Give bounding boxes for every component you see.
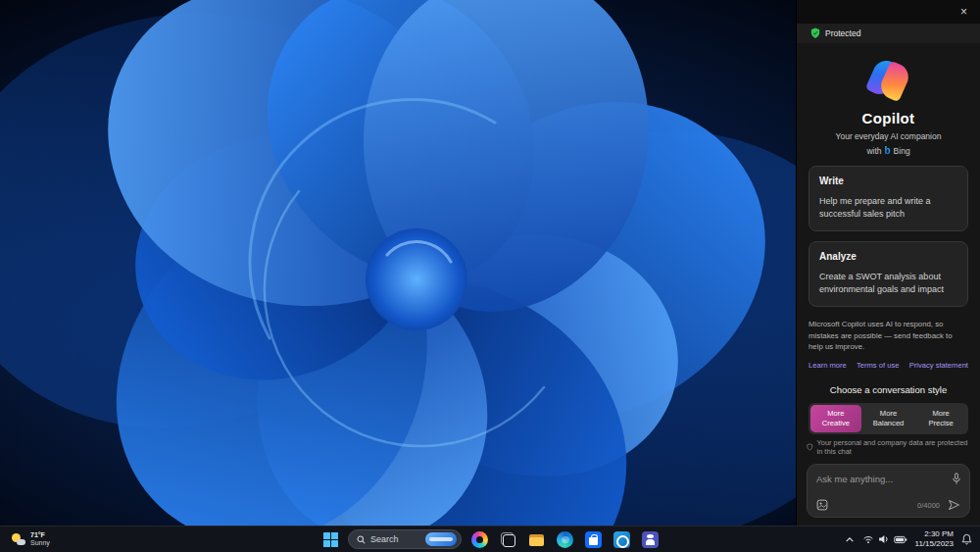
system-tray: 2:30 PM 11/15/2023 — [845, 529, 972, 548]
panel-footer: Your personal and company data are prote… — [797, 438, 980, 526]
char-counter: 0/4000 — [917, 501, 940, 510]
terms-of-use-link[interactable]: Terms of use — [857, 361, 899, 370]
notification-bell-icon[interactable] — [961, 533, 972, 545]
outlook-icon — [613, 531, 630, 548]
shield-outline-icon — [807, 442, 813, 452]
bing-label: Bing — [894, 146, 910, 156]
bing-attribution: with b Bing — [797, 145, 980, 156]
taskbar-app-store[interactable] — [582, 528, 604, 550]
taskbar: 71°F Sunny Search — [0, 526, 980, 552]
file-explorer-icon — [528, 531, 545, 548]
search-highlight-badge — [425, 532, 457, 546]
weather-temp: 71°F — [30, 531, 50, 539]
task-view-icon — [500, 531, 516, 548]
card-body: Help me prepare and write a successful s… — [819, 195, 957, 220]
windows-logo-icon — [323, 532, 338, 547]
teams-icon — [642, 531, 659, 548]
copilot-sidebar: × Protected Copilot Your everyday AI com… — [796, 0, 980, 526]
tray-date: 11/15/2023 — [915, 539, 954, 549]
chat-input[interactable] — [816, 474, 946, 484]
tray-overflow-chevron-icon[interactable] — [845, 536, 855, 543]
protected-label: Protected — [825, 28, 860, 38]
legal-links: Learn more Terms of use Privacy statemen… — [808, 361, 968, 370]
microphone-icon[interactable] — [952, 473, 961, 485]
start-button[interactable] — [319, 528, 341, 550]
suggestion-card-analyze[interactable]: Analyze Create a SWOT analysis about env… — [808, 241, 968, 307]
shield-icon — [810, 27, 820, 39]
copilot-title: Copilot — [797, 110, 980, 126]
quick-settings[interactable] — [862, 534, 907, 544]
copilot-app-icon — [471, 531, 488, 548]
taskbar-app-teams[interactable] — [639, 528, 661, 550]
volume-icon — [878, 534, 890, 544]
edge-browser-icon — [557, 531, 573, 548]
suggestion-card-write[interactable]: Write Help me prepare and write a succes… — [808, 166, 968, 231]
taskbar-app-edge[interactable] — [554, 528, 575, 550]
privacy-statement-link[interactable]: Privacy statement — [909, 361, 968, 370]
taskbar-app-outlook[interactable] — [611, 528, 632, 550]
weather-condition: Sunny — [30, 539, 50, 547]
windows-desktop: × Protected Copilot Your everyday AI com… — [0, 0, 980, 552]
send-icon[interactable] — [948, 499, 960, 511]
style-more-precise[interactable]: More Precise — [915, 405, 966, 432]
data-protection-note: Your personal and company data are prote… — [807, 438, 970, 456]
microsoft-store-icon — [585, 531, 602, 548]
search-placeholder: Search — [370, 534, 420, 544]
search-box[interactable]: Search — [348, 529, 462, 549]
chat-input-box: 0/4000 — [807, 464, 970, 518]
style-more-balanced[interactable]: More Balanced — [863, 405, 914, 432]
taskbar-app-copilot[interactable] — [468, 528, 490, 550]
clock[interactable]: 2:30 PM 11/15/2023 — [915, 529, 954, 548]
add-image-icon[interactable] — [816, 499, 828, 511]
weather-widget[interactable]: 71°F Sunny — [8, 529, 54, 549]
copilot-subtitle: Your everyday AI companion — [797, 131, 980, 141]
card-title: Write — [819, 176, 957, 186]
card-title: Analyze — [819, 251, 957, 262]
battery-icon — [894, 535, 907, 544]
weather-sun-icon — [12, 533, 25, 545]
copilot-logo-icon — [868, 59, 909, 100]
search-icon — [357, 535, 366, 544]
wifi-icon — [862, 534, 874, 544]
taskbar-center: Search — [319, 528, 661, 550]
with-label: with — [866, 146, 881, 156]
taskbar-app-file-explorer[interactable] — [525, 528, 547, 550]
copilot-hero: Copilot Your everyday AI companion with … — [797, 59, 980, 156]
taskbar-app-task-view[interactable] — [497, 528, 518, 550]
style-more-creative[interactable]: More Creative — [810, 405, 861, 432]
panel-topbar: × — [797, 0, 980, 24]
ai-disclaimer: Microsoft Copilot uses AI to respond, so… — [808, 319, 968, 352]
conversation-style-heading: Choose a conversation style — [797, 384, 980, 395]
learn-more-link[interactable]: Learn more — [808, 361, 847, 370]
bing-logo-icon: b — [885, 145, 891, 156]
card-body: Create a SWOT analysis about environment… — [819, 271, 957, 295]
protected-banner: Protected — [797, 24, 980, 43]
tray-time: 2:30 PM — [924, 529, 954, 539]
conversation-style-selector: More Creative More Balanced More Precise — [808, 403, 968, 434]
close-icon[interactable]: × — [956, 4, 971, 20]
